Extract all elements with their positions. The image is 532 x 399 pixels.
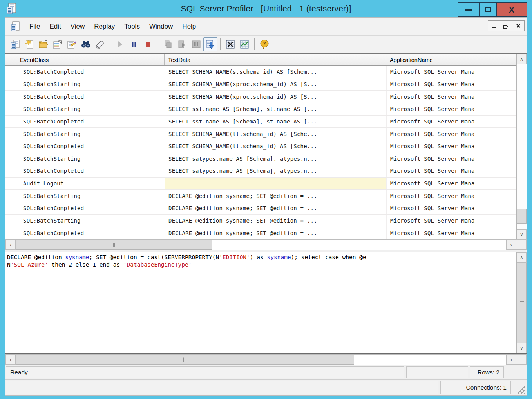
eventclass-cell[interactable]: Audit Logout — [16, 178, 165, 190]
eventclass-cell[interactable]: SQL:BatchCompleted — [16, 202, 165, 214]
applicationname-cell[interactable]: Microsoft SQL Server Mana — [386, 202, 516, 214]
row-selector-cell[interactable] — [5, 202, 16, 214]
trace-row[interactable]: SQL:BatchCompleted DECLARE @edition sysn… — [5, 227, 516, 239]
grid-horizontal-scrollbar[interactable]: ‹ › — [5, 239, 527, 250]
scroll-left-button[interactable]: ‹ — [5, 355, 16, 365]
detail-horizontal-scrollbar[interactable]: ‹ › — [5, 354, 527, 365]
scroll-down-button[interactable]: ∨ — [517, 343, 527, 353]
textdata-cell[interactable]: SELECT satypes.name AS [Schema], atypes.… — [165, 152, 386, 165]
applicationname-cell[interactable]: Microsoft SQL Server Mana — [386, 165, 516, 177]
menu-edit[interactable]: Edit — [45, 20, 65, 33]
grid-vertical-scrollbar[interactable]: ∧ ∨ — [516, 54, 527, 239]
scroll-left-button[interactable]: ‹ — [5, 240, 16, 250]
textdata-cell[interactable]: SELECT SCHEMA_NAME(tt.schema_id) AS [Sch… — [165, 140, 386, 152]
menu-file[interactable]: File — [25, 20, 45, 33]
menu-view[interactable]: View — [66, 20, 90, 33]
eventclass-cell[interactable]: SQL:BatchCompleted — [16, 66, 165, 78]
trace-row[interactable]: Audit Logout Microsoft SQL Server Mana — [5, 178, 516, 190]
textdata-cell[interactable]: DECLARE @edition sysname; SET @edition =… — [165, 190, 386, 202]
trace-row[interactable]: SQL:BatchCompleted SELECT SCHEMA_NAME(xp… — [5, 91, 516, 103]
grouped-view-button[interactable] — [237, 37, 252, 51]
grid-hscroll-track[interactable] — [16, 240, 506, 250]
toggle-breakpoint-button[interactable] — [189, 37, 203, 51]
detail-vscroll-track[interactable] — [517, 263, 527, 343]
row-selector-cell[interactable] — [5, 128, 16, 140]
row-selector-cell[interactable] — [5, 165, 16, 177]
eventclass-cell[interactable]: SQL:BatchStarting — [16, 152, 165, 165]
textdata-cell[interactable]: DECLARE @edition sysname; SET @edition =… — [165, 227, 386, 239]
column-header-applicationname[interactable]: ApplicationName — [386, 54, 516, 65]
scroll-down-button[interactable]: ∨ — [517, 229, 527, 239]
trace-properties-button[interactable] — [65, 37, 79, 51]
trace-row[interactable]: SQL:BatchStarting DECLARE @edition sysna… — [5, 215, 516, 227]
help-button[interactable]: ? — [257, 37, 271, 51]
row-selector-cell[interactable] — [5, 140, 16, 152]
menu-replay[interactable]: Replay — [89, 20, 119, 33]
row-selector-cell[interactable] — [5, 190, 16, 202]
eventclass-cell[interactable]: SQL:BatchStarting — [16, 128, 165, 140]
stop-trace-button[interactable] — [141, 37, 155, 51]
textdata-cell[interactable]: SELECT SCHEMA_NAME(s.schema_id) AS [Sche… — [165, 66, 386, 78]
eventclass-cell[interactable]: SQL:BatchCompleted — [16, 227, 165, 239]
new-trace-file-button[interactable] — [22, 37, 36, 51]
applicationname-cell[interactable]: Microsoft SQL Server Mana — [386, 190, 516, 202]
trace-row[interactable]: SQL:BatchStarting SELECT SCHEMA_NAME(xpr… — [5, 78, 516, 91]
trace-row[interactable]: SQL:BatchStarting SELECT sst.name AS [Sc… — [5, 103, 516, 116]
textdata-cell[interactable]: DECLARE @edition sysname; SET @edition =… — [165, 215, 386, 227]
scroll-up-button[interactable]: ∧ — [517, 252, 527, 263]
eventclass-cell[interactable]: SQL:BatchStarting — [16, 78, 165, 91]
detail-hscroll-track[interactable] — [16, 355, 506, 365]
trace-row[interactable]: SQL:BatchStarting DECLARE @edition sysna… — [5, 190, 516, 202]
eventclass-cell[interactable]: SQL:BatchStarting — [16, 190, 165, 202]
row-selector-cell[interactable] — [5, 227, 16, 239]
applicationname-cell[interactable]: Microsoft SQL Server Mana — [386, 116, 516, 128]
row-selector-cell[interactable] — [5, 215, 16, 227]
detail-vscroll-thumb[interactable] — [517, 263, 527, 343]
grid-vscroll-track[interactable] — [517, 64, 527, 229]
applicationname-cell[interactable]: Microsoft SQL Server Mana — [386, 91, 516, 103]
minimize-button[interactable] — [458, 2, 480, 17]
applicationname-cell[interactable]: Microsoft SQL Server Mana — [386, 103, 516, 115]
open-trace-file-button[interactable] — [36, 37, 51, 51]
mdi-close-button[interactable] — [512, 20, 525, 31]
eventclass-cell[interactable]: SQL:BatchStarting — [16, 103, 165, 115]
row-selector-cell[interactable] — [5, 178, 16, 190]
textdata-cell[interactable]: SELECT SCHEMA_NAME(xproc.schema_id) AS [… — [165, 78, 386, 91]
find-button[interactable] — [79, 37, 93, 51]
clear-trace-window-button[interactable] — [93, 37, 107, 51]
textdata-cell[interactable]: SELECT SCHEMA_NAME(xproc.schema_id) AS [… — [165, 91, 386, 103]
row-selector-cell[interactable] — [5, 91, 16, 103]
scroll-right-button[interactable]: › — [506, 355, 516, 365]
grid-hscroll-thumb[interactable] — [16, 240, 212, 250]
row-selector-cell[interactable] — [5, 66, 16, 78]
column-header-eventclass[interactable]: EventClass — [16, 54, 165, 65]
grid-vscroll-thumb[interactable] — [517, 209, 527, 224]
execute-one-step-button[interactable] — [161, 37, 175, 51]
menu-window[interactable]: Window — [145, 20, 177, 33]
eventclass-cell[interactable]: SQL:BatchCompleted — [16, 140, 165, 152]
start-replay-button[interactable] — [113, 37, 127, 51]
row-selector-cell[interactable] — [5, 116, 16, 128]
maximize-button[interactable] — [479, 2, 497, 17]
open-trace-table-button[interactable] — [51, 37, 65, 51]
textdata-cell[interactable]: DECLARE @edition sysname; SET @edition =… — [165, 202, 386, 214]
textdata-cell[interactable]: SELECT SCHEMA_NAME(tt.schema_id) AS [Sch… — [165, 128, 386, 140]
detail-vertical-scrollbar[interactable]: ∧ ∨ — [516, 252, 527, 353]
trace-row[interactable]: SQL:BatchCompleted SELECT SCHEMA_NAME(s.… — [5, 66, 516, 78]
trace-row[interactable]: SQL:BatchStarting SELECT SCHEMA_NAME(tt.… — [5, 128, 516, 140]
applicationname-cell[interactable]: Microsoft SQL Server Mana — [386, 227, 516, 239]
textdata-cell[interactable]: SELECT sst.name AS [Schema], st.name AS … — [165, 103, 386, 115]
applicationname-cell[interactable]: Microsoft SQL Server Mana — [386, 178, 516, 190]
run-to-cursor-button[interactable] — [175, 37, 189, 51]
menu-tools[interactable]: Tools — [119, 20, 145, 33]
textdata-cell[interactable]: SELECT satypes.name AS [Schema], atypes.… — [165, 165, 386, 177]
trace-row[interactable]: SQL:BatchCompleted DECLARE @edition sysn… — [5, 202, 516, 215]
trace-row[interactable]: SQL:BatchCompleted SELECT satypes.name A… — [5, 165, 516, 178]
trace-row[interactable]: SQL:BatchCompleted SELECT SCHEMA_NAME(tt… — [5, 140, 516, 153]
eventclass-cell[interactable]: SQL:BatchStarting — [16, 215, 165, 227]
pause-trace-button[interactable] — [127, 37, 141, 51]
resize-grip[interactable] — [516, 385, 525, 394]
applicationname-cell[interactable]: Microsoft SQL Server Mana — [386, 66, 516, 78]
scroll-right-button[interactable]: › — [506, 240, 516, 250]
applicationname-cell[interactable]: Microsoft SQL Server Mana — [386, 215, 516, 227]
